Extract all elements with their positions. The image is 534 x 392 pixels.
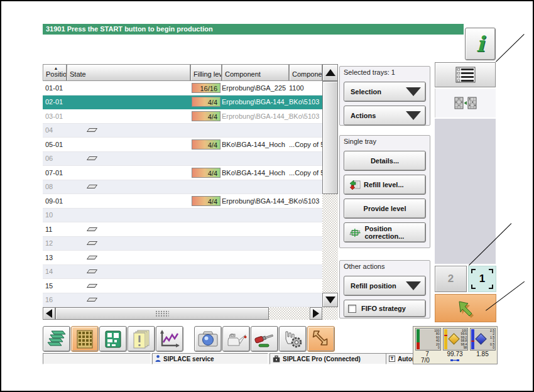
gauge-value-1b: 7/0 xyxy=(413,357,441,364)
refill-level-icon xyxy=(349,180,361,190)
filling-level-badge: 4/4 xyxy=(192,196,221,206)
state-cell xyxy=(67,109,190,123)
toolbar-tools-button[interactable] xyxy=(251,326,278,352)
fifo-strategy-toggle[interactable]: FIFO strategy xyxy=(344,300,426,317)
table-row[interactable]: 01-0116/16Erprobung\BGA_2251100 xyxy=(43,81,322,95)
scroll-right-button[interactable] xyxy=(310,307,322,320)
component-cell xyxy=(222,279,289,293)
scrollbar-grip-icon xyxy=(155,310,169,317)
provide-level-button[interactable]: Provide level xyxy=(344,199,426,219)
component-cell xyxy=(222,222,289,236)
filling-level-cell xyxy=(190,279,222,293)
fifo-checkbox[interactable] xyxy=(348,305,356,313)
scroll-up-button[interactable] xyxy=(322,64,338,81)
table-row[interactable]: 04 xyxy=(43,124,322,138)
gauge-speed: 2.521.510.50 xyxy=(470,328,496,351)
details-button[interactable]: Details... xyxy=(344,151,426,171)
table-row[interactable]: 08 xyxy=(43,180,322,195)
component2-cell: ...Copy of 51 xyxy=(289,166,322,180)
status-segment-empty xyxy=(43,353,151,364)
table-row[interactable]: 12 xyxy=(43,237,322,251)
toolbar-pcb-button[interactable] xyxy=(99,326,127,352)
position-cell: 08 xyxy=(43,180,67,194)
selection-group: Selected trays: 1 Selection Actions xyxy=(339,66,430,126)
horizontal-scrollbar-track[interactable] xyxy=(269,307,310,320)
refill-level-button[interactable]: Refill level... xyxy=(344,175,426,195)
tab-table-2[interactable]: 2 xyxy=(435,266,467,292)
position-cell: 01-01 xyxy=(43,81,67,95)
table-row[interactable]: 09-014/4Erprobung\BGA-144_3BKo\5103 xyxy=(43,194,322,209)
column-header-component2[interactable]: Component xyxy=(289,64,322,81)
hand-gear-icon xyxy=(282,330,303,349)
column-header-position[interactable]: ▲ Position xyxy=(43,64,67,81)
filling-level-cell: 4/4 xyxy=(190,194,222,208)
info-button[interactable]: i xyxy=(465,28,496,60)
table-row[interactable]: 06 xyxy=(43,152,322,166)
vertical-scrollbar-track[interactable] xyxy=(322,194,338,293)
tab-grid-view[interactable] xyxy=(435,89,496,117)
state-cell xyxy=(67,152,190,166)
state-cell xyxy=(67,180,190,194)
refill-position-dropdown[interactable]: Refill position xyxy=(344,276,426,296)
table-row[interactable]: 16 xyxy=(43,293,322,308)
position-cell: 15 xyxy=(43,279,67,293)
state-cell xyxy=(67,138,190,151)
toolbar-error-report-button[interactable] xyxy=(128,326,155,352)
error-report-icon xyxy=(132,329,151,349)
table-row[interactable]: 13 xyxy=(43,251,322,265)
setup-wrench-icon xyxy=(312,330,330,349)
screen: 31901 Press the START button to begin pr… xyxy=(0,0,534,392)
toolbar-camera-button[interactable] xyxy=(194,326,222,352)
tab-table-1[interactable]: 1 xyxy=(468,266,496,292)
filling-level-cell xyxy=(190,209,222,222)
position-cell: 02-01 xyxy=(43,95,67,109)
gauge-rate: 10099.699.298.898.498 xyxy=(443,328,469,351)
table-row[interactable]: 11 xyxy=(43,222,322,237)
chevron-down-icon xyxy=(406,87,421,96)
column-header-filling-level[interactable]: Filling level xyxy=(190,64,222,81)
position-correction-icon xyxy=(349,228,361,237)
column-header-component[interactable]: Component xyxy=(222,64,289,81)
arrow-right-icon xyxy=(313,309,319,318)
component2-cell xyxy=(289,180,322,194)
toolbar-tray-grid-button[interactable] xyxy=(71,326,99,352)
table-row[interactable]: 10 xyxy=(43,209,322,223)
tab-strip-background xyxy=(435,119,496,264)
position-cell: 05-01 xyxy=(43,138,67,151)
vertical-scrollbar-thumb[interactable] xyxy=(322,81,338,194)
empty-tray-icon xyxy=(87,185,97,188)
back-button[interactable] xyxy=(435,294,496,322)
column-header-state[interactable]: State xyxy=(67,64,190,81)
component2-cell xyxy=(289,265,322,279)
table-row[interactable]: 14 xyxy=(43,265,322,280)
table-row[interactable]: 07-014/4BKo\BGA-144_Hoch...Copy of 51 xyxy=(43,166,322,180)
table-row[interactable]: 02-014/4Erprobung\BGA-144_1BKo\5103 xyxy=(43,95,322,110)
arrow-left-icon xyxy=(46,309,52,318)
camera-icon xyxy=(197,331,219,347)
scroll-down-button[interactable] xyxy=(322,293,338,307)
horizontal-scrollbar-thumb[interactable] xyxy=(55,307,269,320)
actions-dropdown[interactable]: Actions xyxy=(344,106,426,126)
toolbar-maintenance-button[interactable] xyxy=(222,326,250,352)
selection-dropdown[interactable]: Selection xyxy=(344,82,426,102)
focus-corner-icon xyxy=(489,269,493,273)
component2-cell xyxy=(289,124,322,138)
position-correction-button[interactable]: Position correction... xyxy=(344,222,426,242)
table-row[interactable]: 15 xyxy=(43,279,322,293)
toolbar-manual-operation-button[interactable] xyxy=(279,326,307,352)
table-row[interactable]: 03-014/4Erprobung\BGA-144_2BKo\5103 xyxy=(43,109,322,124)
blue-diamond-icon xyxy=(476,333,487,344)
list-view-icon xyxy=(455,67,476,83)
tab-list-view[interactable] xyxy=(435,62,496,87)
table-row[interactable]: 05-014/4BKo\BGA-144_Hoch...Copy of 51 xyxy=(43,138,322,152)
focus-corner-icon xyxy=(471,285,476,289)
component-cell xyxy=(222,265,289,279)
component-cell xyxy=(222,237,289,251)
toolbar-setup-button[interactable] xyxy=(307,326,335,352)
scrollbar-corner xyxy=(322,307,338,320)
toolbar-tray-stack-button[interactable] xyxy=(43,326,70,352)
scroll-left-button[interactable] xyxy=(43,307,55,320)
toolbar-statistics-button[interactable] xyxy=(156,326,183,352)
state-cell xyxy=(67,209,190,222)
focus-corner-icon xyxy=(489,285,493,289)
